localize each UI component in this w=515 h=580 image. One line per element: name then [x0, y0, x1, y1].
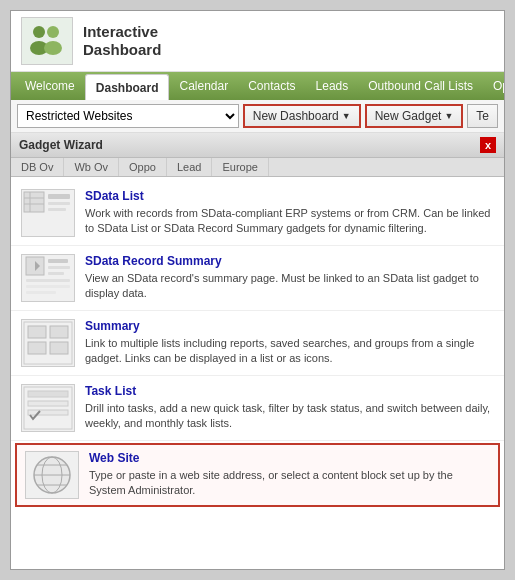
dashboard-select[interactable]: Restricted Websites — [17, 104, 239, 128]
gadget-info-sdata-list: SData List Work with records from SData-… — [85, 189, 494, 237]
gadget-desc-summary: Link to multiple lists including reports… — [85, 336, 494, 367]
gadget-list: SData List Work with records from SData-… — [11, 177, 504, 569]
nav-contacts[interactable]: Contacts — [238, 72, 305, 100]
new-dashboard-arrow: ▼ — [342, 111, 351, 121]
svg-rect-21 — [50, 326, 68, 338]
wizard-tab-dbov[interactable]: DB Ov — [11, 158, 64, 176]
gadget-info-website: Web Site Type or paste in a web site add… — [89, 451, 490, 499]
nav-bar: Welcome Dashboard Calendar Contacts Lead… — [11, 72, 504, 100]
nav-leads[interactable]: Leads — [306, 72, 359, 100]
svg-rect-17 — [26, 285, 70, 288]
app-title: Interactive Dashboard — [83, 23, 161, 59]
svg-rect-8 — [48, 194, 70, 199]
app-logo — [21, 17, 73, 65]
title-line1: Interactive — [83, 23, 161, 41]
wizard-tab-lead[interactable]: Lead — [167, 158, 212, 176]
gadget-desc-sdata-record: View an SData record's summary page. Mus… — [85, 271, 494, 302]
gadget-desc-website: Type or paste in a web site address, or … — [89, 468, 490, 499]
title-line2: Dashboard — [83, 41, 161, 59]
svg-rect-18 — [26, 291, 56, 294]
svg-rect-23 — [50, 342, 68, 354]
svg-rect-16 — [26, 279, 70, 282]
gadget-item-summary[interactable]: Summary Link to multiple lists including… — [11, 311, 504, 376]
gadget-name-task-list: Task List — [85, 384, 494, 398]
gadget-name-summary: Summary — [85, 319, 494, 333]
wizard-close-button[interactable]: x — [480, 137, 496, 153]
svg-rect-10 — [48, 208, 66, 211]
svg-rect-4 — [24, 192, 44, 212]
svg-rect-15 — [48, 272, 64, 275]
wizard-tabs: DB Ov Wb Ov Oppo Lead Europe — [11, 158, 504, 177]
wizard-tab-oppo[interactable]: Oppo — [119, 158, 167, 176]
gadget-name-sdata-record: SData Record Summary — [85, 254, 494, 268]
new-gadget-arrow: ▼ — [444, 111, 453, 121]
gadget-desc-sdata-list: Work with records from SData-compliant E… — [85, 206, 494, 237]
gadget-wizard-title: Gadget Wizard — [19, 138, 103, 152]
toolbar: Restricted Websites New Dashboard ▼ New … — [11, 100, 504, 133]
gadget-item-website[interactable]: Web Site Type or paste in a web site add… — [15, 443, 500, 507]
svg-rect-27 — [28, 410, 68, 415]
svg-point-3 — [44, 41, 62, 55]
gadget-item-sdata-list[interactable]: SData List Work with records from SData-… — [11, 181, 504, 246]
te-button[interactable]: Te — [467, 104, 498, 128]
svg-rect-20 — [28, 326, 46, 338]
svg-rect-22 — [28, 342, 46, 354]
wizard-tab-europe[interactable]: Europe — [212, 158, 268, 176]
svg-rect-25 — [28, 391, 68, 397]
new-dashboard-button[interactable]: New Dashboard ▼ — [243, 104, 361, 128]
nav-outbound[interactable]: Outbound Call Lists — [358, 72, 483, 100]
wizard-tab-wbov[interactable]: Wb Ov — [64, 158, 119, 176]
app-window: Interactive Dashboard Welcome Dashboard … — [10, 10, 505, 570]
nav-welcome[interactable]: Welcome — [15, 72, 85, 100]
svg-point-2 — [47, 26, 59, 38]
gadget-info-sdata-record: SData Record Summary View an SData recor… — [85, 254, 494, 302]
svg-rect-26 — [28, 401, 68, 406]
gadget-info-summary: Summary Link to multiple lists including… — [85, 319, 494, 367]
nav-calendar[interactable]: Calendar — [169, 72, 238, 100]
gadget-name-website: Web Site — [89, 451, 490, 465]
gadget-info-task-list: Task List Drill into tasks, add a new qu… — [85, 384, 494, 432]
gadget-thumb-task-list — [21, 384, 75, 432]
gadget-item-sdata-record[interactable]: SData Record Summary View an SData recor… — [11, 246, 504, 311]
gadget-desc-task-list: Drill into tasks, add a new quick task, … — [85, 401, 494, 432]
svg-rect-13 — [48, 259, 68, 263]
gadget-thumb-summary — [21, 319, 75, 367]
app-header: Interactive Dashboard — [11, 11, 504, 72]
gadget-thumb-sdata-record — [21, 254, 75, 302]
gadget-wizard-header: Gadget Wizard x — [11, 133, 504, 158]
nav-opportunities[interactable]: Opportunities — [483, 72, 505, 100]
gadget-item-task-list[interactable]: Task List Drill into tasks, add a new qu… — [11, 376, 504, 441]
nav-dashboard[interactable]: Dashboard — [85, 74, 170, 100]
gadget-thumb-sdata-list — [21, 189, 75, 237]
gadget-thumb-website — [25, 451, 79, 499]
gadget-wizard: Gadget Wizard x DB Ov Wb Ov Oppo Lead Eu… — [11, 133, 504, 569]
new-gadget-button[interactable]: New Gadget ▼ — [365, 104, 464, 128]
svg-point-0 — [33, 26, 45, 38]
svg-rect-9 — [48, 202, 70, 205]
gadget-name-sdata-list: SData List — [85, 189, 494, 203]
svg-rect-14 — [48, 266, 70, 269]
